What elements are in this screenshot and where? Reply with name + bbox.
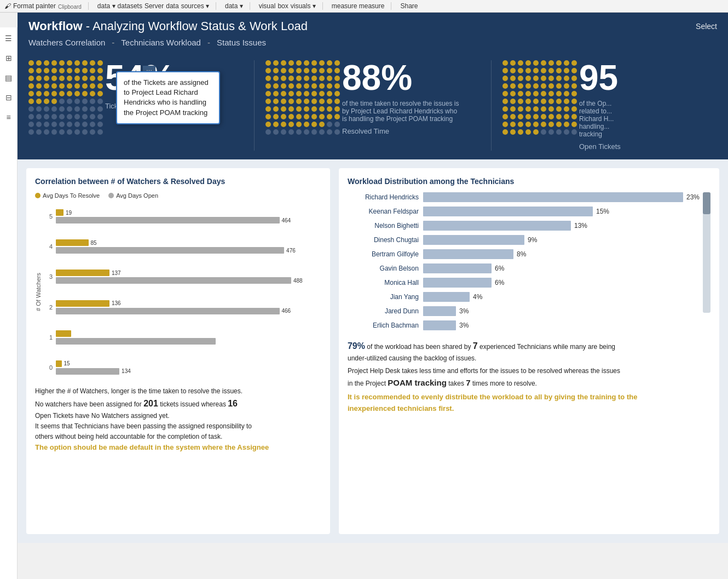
- workload-pct-0: 23%: [686, 193, 700, 201]
- dot-90: [265, 129, 271, 135]
- left-sidebar: ☰ ⊞ ▤ ⊟ ≡: [0, 27, 18, 543]
- correlation-title: Correlation between # of Watchers & Reso…: [35, 177, 321, 186]
- workload-name-1: Keenan Feldspar: [348, 208, 419, 215]
- dot-82: [44, 122, 49, 127]
- dot-88: [327, 122, 332, 127]
- dot-8: [90, 60, 95, 66]
- dot-91: [510, 129, 516, 135]
- poam-tracking: POAM tracking: [388, 378, 447, 387]
- dot-40: [28, 91, 34, 96]
- dot-15: [304, 68, 309, 73]
- format-painter-btn[interactable]: 🖌 Format painter: [4, 2, 56, 10]
- hamburger-icon[interactable]: ☰: [3, 32, 14, 45]
- dot-47: [82, 91, 88, 96]
- nav-status-issues[interactable]: Status Issues: [217, 38, 266, 47]
- server-btn[interactable]: Server: [145, 2, 164, 10]
- dot-72: [518, 114, 523, 119]
- box-btn[interactable]: box: [278, 2, 288, 10]
- dot-63: [525, 106, 531, 112]
- title-bold: Workflow: [28, 19, 83, 33]
- workload-bar-1: [423, 207, 593, 216]
- dot-60: [265, 106, 271, 112]
- dot-58: [564, 99, 569, 104]
- dot-94: [296, 129, 302, 135]
- dot-23: [288, 76, 294, 81]
- dot-17: [82, 68, 88, 73]
- dot-36: [74, 83, 80, 89]
- correlation-legend: Avg Days To Resolve Avg Days Open: [35, 192, 321, 199]
- highlight-16: 16: [228, 399, 238, 408]
- workload-pct-2: 13%: [574, 222, 587, 230]
- measure-btn[interactable]: measure measure: [332, 2, 385, 10]
- dot-21: [273, 76, 279, 81]
- visuals-btn[interactable]: visuals ▾: [291, 2, 316, 10]
- dot-35: [541, 83, 546, 89]
- table-icon[interactable]: ⊟: [3, 91, 14, 104]
- dot-17: [556, 68, 562, 73]
- dot-56: [74, 99, 80, 104]
- dot-70: [265, 114, 271, 119]
- times-7: 7: [466, 378, 470, 387]
- dot-92: [281, 129, 286, 135]
- dot-98: [327, 129, 332, 135]
- bar-row-y1: 1: [44, 325, 321, 349]
- dot-15: [67, 68, 72, 73]
- dot-44: [296, 91, 302, 96]
- visual-btn[interactable]: visual: [259, 2, 276, 10]
- dot-74: [59, 114, 65, 119]
- dot-77: [319, 114, 325, 119]
- share-btn[interactable]: Share: [400, 2, 418, 10]
- dot-13: [288, 68, 294, 73]
- nav-watchers-correlation[interactable]: Watchers Correlation: [28, 38, 105, 47]
- dot-71: [510, 114, 516, 119]
- dot-44: [59, 91, 65, 96]
- dot-72: [281, 114, 286, 119]
- bar-y-label-5: 5: [44, 213, 53, 220]
- share-section: Share: [400, 2, 418, 10]
- queries-data-btn[interactable]: data ▾: [225, 2, 243, 10]
- list-icon[interactable]: ▤: [3, 71, 14, 84]
- dot-23: [51, 76, 57, 81]
- data2-btn[interactable]: data: [166, 2, 178, 10]
- gray-val-4: 476: [286, 248, 296, 254]
- dot-76: [311, 114, 317, 119]
- workload-name-6: Monica Hall: [348, 279, 419, 286]
- dot-73: [525, 114, 531, 119]
- datasets-btn[interactable]: datasets: [118, 2, 142, 10]
- gray-val-5: 464: [282, 217, 291, 223]
- dot-50: [265, 99, 271, 104]
- correlation-panel: Correlation between # of Watchers & Reso…: [26, 168, 330, 534]
- highlight-201: 201: [143, 399, 158, 408]
- dot-31: [273, 83, 279, 89]
- workload-row-2: Nelson Bighetti13%: [348, 221, 700, 231]
- dot-52: [44, 99, 49, 104]
- dot-77: [82, 114, 88, 119]
- workload-chart-area: Richard Hendricks23%Keenan Feldspar15%Ne…: [348, 192, 700, 330]
- dot-85: [67, 122, 72, 127]
- dot-49: [571, 91, 577, 96]
- menu-icon[interactable]: ≡: [4, 111, 13, 124]
- dot-13: [51, 68, 57, 73]
- gold-bar-wrap-0: 15: [56, 360, 321, 367]
- dot-8: [564, 60, 569, 66]
- dot-87: [82, 122, 88, 127]
- content-area: Correlation between # of Watchers & Reso…: [18, 159, 728, 543]
- data-btn[interactable]: data ▾: [97, 2, 115, 10]
- bars-group-1: [56, 330, 321, 345]
- scrollbar-thumb[interactable]: [703, 192, 710, 214]
- dot-16: [74, 68, 80, 73]
- gold-val-4: 85: [91, 240, 97, 246]
- dot-18: [327, 68, 332, 73]
- num-7: 7: [473, 341, 478, 351]
- workload-scrollbar[interactable]: [703, 192, 710, 313]
- grid-icon[interactable]: ⊞: [3, 51, 14, 65]
- workload-name-3: Dinesh Chugtai: [348, 236, 419, 244]
- select-label[interactable]: Select: [696, 22, 717, 31]
- dot-1: [273, 60, 279, 66]
- dot-39: [334, 83, 340, 89]
- nav-technicians-workload[interactable]: Technicians Workload: [121, 38, 201, 47]
- workload-name-2: Nelson Bighetti: [348, 222, 419, 230]
- sources-btn[interactable]: sources ▾: [181, 2, 209, 10]
- dot-93: [525, 129, 531, 135]
- dot-1: [36, 60, 42, 66]
